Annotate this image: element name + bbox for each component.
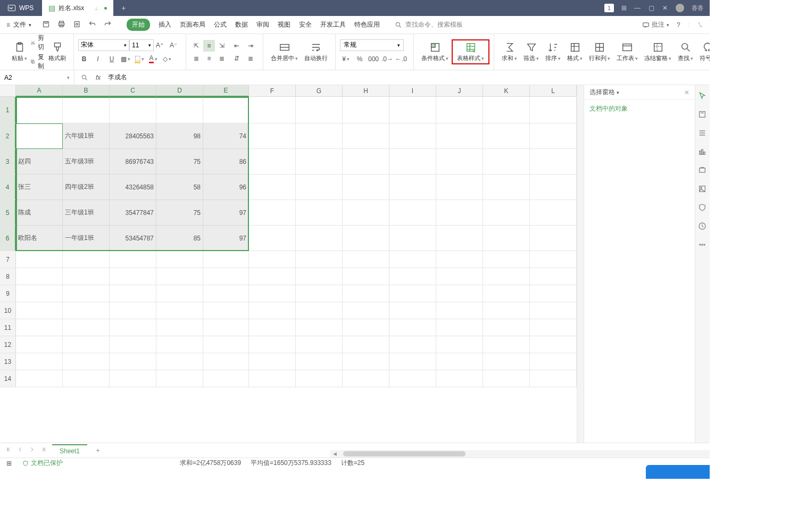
tab-pin-icon[interactable]: ⟂ xyxy=(95,5,98,11)
zoom-fx-icon[interactable] xyxy=(81,74,88,81)
cell[interactable] xyxy=(16,268,63,285)
grid-body[interactable]: 12李成名六年级1班2840556398743赵四五年级3班8697674375… xyxy=(0,97,577,387)
cell[interactable] xyxy=(249,319,296,336)
cell[interactable] xyxy=(296,285,343,302)
align-middle-icon[interactable]: ≡ xyxy=(203,40,215,52)
horizontal-scrollbar[interactable]: ◀ xyxy=(330,450,710,458)
col-header-F[interactable]: F xyxy=(249,85,296,97)
cell[interactable] xyxy=(530,268,577,285)
cell[interactable] xyxy=(249,268,296,285)
cell[interactable] xyxy=(436,200,483,226)
increase-decimal-icon[interactable]: .0→ xyxy=(381,53,393,65)
history-tool-icon[interactable] xyxy=(698,222,706,232)
cell[interactable] xyxy=(249,174,296,200)
cell[interactable] xyxy=(483,285,530,302)
cell[interactable]: 97 xyxy=(203,226,249,251)
cell[interactable] xyxy=(483,319,530,336)
cell[interactable] xyxy=(436,353,483,370)
cell[interactable] xyxy=(389,251,436,268)
image-tool-icon[interactable] xyxy=(698,185,706,195)
ribbon-tab-视图[interactable]: 视图 xyxy=(278,20,290,29)
minimize-icon[interactable]: — xyxy=(634,5,641,11)
style-tool-icon[interactable] xyxy=(698,110,706,120)
cell[interactable] xyxy=(296,302,343,319)
decrease-indent-icon[interactable]: ⇤ xyxy=(231,40,243,52)
file-menu[interactable]: 文件▾ xyxy=(13,20,31,29)
undo-icon[interactable] xyxy=(88,20,96,30)
cell[interactable] xyxy=(389,353,436,370)
print-icon[interactable] xyxy=(57,20,65,30)
col-header-I[interactable]: I xyxy=(389,85,436,97)
italic-icon[interactable]: I xyxy=(92,53,104,65)
cell[interactable] xyxy=(436,251,483,268)
col-header-K[interactable]: K xyxy=(483,85,530,97)
cell[interactable] xyxy=(530,174,577,200)
sheet-nav-last-icon[interactable] xyxy=(40,446,47,454)
cell[interactable] xyxy=(63,97,110,123)
ribbon-tab-审阅[interactable]: 审阅 xyxy=(256,20,269,29)
row-header-11[interactable]: 11 xyxy=(0,319,16,336)
cell[interactable] xyxy=(436,336,483,353)
cell[interactable] xyxy=(343,200,389,226)
cell[interactable] xyxy=(483,149,530,174)
cell[interactable] xyxy=(156,285,203,302)
cell[interactable] xyxy=(296,268,343,285)
cell[interactable] xyxy=(156,251,203,268)
cell[interactable] xyxy=(156,97,203,123)
cell[interactable]: 58 xyxy=(156,174,203,200)
col-header-B[interactable]: B xyxy=(63,85,110,97)
increase-indent-icon[interactable]: ⇥ xyxy=(245,40,256,52)
cell[interactable]: 96 xyxy=(203,174,249,200)
cell[interactable] xyxy=(343,285,389,302)
app-logo[interactable]: WPS xyxy=(0,4,41,12)
cell[interactable] xyxy=(389,200,436,226)
cell[interactable] xyxy=(63,336,110,353)
currency-icon[interactable]: ¥ xyxy=(340,53,352,65)
cell[interactable]: 李成名 xyxy=(16,123,63,149)
cell[interactable]: 75 xyxy=(156,149,203,174)
cell[interactable] xyxy=(483,123,530,149)
ribbon-tab-页面布局[interactable]: 页面布局 xyxy=(180,20,205,29)
cell[interactable] xyxy=(110,97,156,123)
clear-format-icon[interactable]: ◇ xyxy=(161,53,173,65)
cell[interactable] xyxy=(16,319,63,336)
cell[interactable] xyxy=(530,285,577,302)
cell[interactable] xyxy=(156,302,203,319)
cell[interactable] xyxy=(203,319,249,336)
cell[interactable] xyxy=(296,174,343,200)
close-icon[interactable]: ✕ xyxy=(662,5,668,11)
cell[interactable] xyxy=(530,97,577,123)
cut-button[interactable]: 剪切 xyxy=(30,34,46,52)
cell[interactable] xyxy=(530,123,577,149)
fx-icon[interactable]: fx xyxy=(96,74,101,81)
cell[interactable]: 86 xyxy=(203,149,249,174)
cell[interactable] xyxy=(436,174,483,200)
sheet-nav-next-icon[interactable] xyxy=(29,446,35,454)
cell[interactable] xyxy=(249,370,296,387)
formula-text[interactable]: 李成名 xyxy=(108,73,127,82)
decrease-decimal-icon[interactable]: ←.0 xyxy=(395,53,407,65)
cell[interactable] xyxy=(63,268,110,285)
cell[interactable] xyxy=(110,302,156,319)
cell[interactable] xyxy=(249,285,296,302)
cell[interactable] xyxy=(389,319,436,336)
filter-button[interactable]: 筛选 xyxy=(520,34,542,70)
cell[interactable] xyxy=(110,251,156,268)
row-header-4[interactable]: 4 xyxy=(0,174,16,200)
shield-tool-icon[interactable] xyxy=(698,203,706,213)
sheet-tab-active[interactable]: Sheet1 xyxy=(52,444,87,457)
ribbon-tab-安全[interactable]: 安全 xyxy=(299,20,312,29)
cell[interactable] xyxy=(296,123,343,149)
worksheet-button[interactable]: 工作表 xyxy=(613,34,641,70)
align-bottom-icon[interactable]: ⇲ xyxy=(216,40,228,52)
cell[interactable] xyxy=(343,302,389,319)
cell[interactable] xyxy=(249,336,296,353)
row-header-12[interactable]: 12 xyxy=(0,336,16,353)
cell[interactable]: 43264858 xyxy=(110,174,156,200)
cell[interactable]: 赵四 xyxy=(16,149,63,174)
align-center-icon[interactable]: ≡ xyxy=(203,53,215,64)
cell[interactable] xyxy=(110,336,156,353)
cell[interactable] xyxy=(389,149,436,174)
cell[interactable] xyxy=(296,149,343,174)
cell[interactable] xyxy=(389,123,436,149)
